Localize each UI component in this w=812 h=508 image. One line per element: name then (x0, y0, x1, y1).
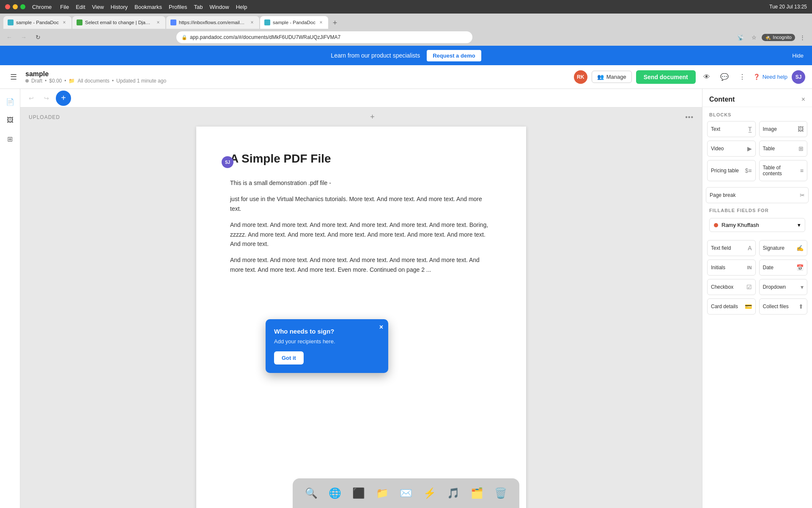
banner-hide-button[interactable]: Hide (792, 52, 804, 59)
fillable-item-collect-files[interactable]: Collect files ⬆ (759, 298, 808, 315)
redo-button[interactable]: ↪ (41, 92, 52, 104)
menu-tab[interactable]: Tab (194, 4, 203, 10)
request-demo-button[interactable]: Request a demo (427, 50, 481, 61)
dock-finder-icon[interactable]: 🔍 (301, 483, 321, 503)
refresh-button[interactable]: ↻ (32, 31, 44, 43)
block-item-text[interactable]: Text T̲ (707, 121, 756, 137)
tab-label-3: sample - PandaDoc (273, 20, 315, 25)
incognito-label: Incognito (773, 35, 792, 40)
menu-edit[interactable]: Edit (76, 4, 85, 10)
send-document-button[interactable]: Send document (636, 70, 696, 84)
header-right: RK 👥 Manage Send document 👁 💬 ⋮ ❓ Need h… (574, 70, 805, 84)
browser-tab-1[interactable]: Select email to change | Djang... × (72, 16, 165, 29)
dock: 🔍 🌐 ⬛ 📁 ✉️ ⚡ 🎵 🗂️ 🗑️ (293, 478, 519, 508)
promo-banner: Learn from our product specialists Reque… (0, 46, 812, 65)
recipient-select[interactable]: Ramy Khuffash ▾ (709, 218, 805, 232)
fillable-item-date[interactable]: Date 📅 (759, 260, 808, 276)
fillable-icon-signature: ✍ (796, 245, 804, 251)
forward-button[interactable]: → (18, 31, 30, 43)
dock-mail-icon[interactable]: ✉️ (396, 483, 416, 503)
block-item-image[interactable]: Image 🖼 (759, 121, 808, 137)
more-options-header-button[interactable]: ⋮ (735, 70, 749, 84)
browser-tab-0[interactable]: sample - PandaDoc × (3, 16, 71, 29)
browser-tab-2[interactable]: https://inboxflows.com/emails/... × (166, 16, 259, 29)
menu-profiles[interactable]: Profiles (169, 4, 187, 10)
add-page-button[interactable]: + (370, 113, 375, 121)
new-tab-button[interactable]: + (329, 17, 341, 29)
dock-terminal-icon[interactable]: ⬛ (348, 483, 369, 503)
block-item-toc[interactable]: Table of contents ≡ (759, 160, 808, 181)
fillable-icon-initials: IN (747, 265, 752, 270)
menu-file[interactable]: File (60, 4, 69, 10)
fillable-item-signature[interactable]: Signature ✍ (759, 240, 808, 256)
popup-text: Add your recipients here. (274, 338, 380, 345)
close-window-button[interactable] (5, 4, 10, 9)
url-bar[interactable]: 🔒 app.pandadoc.com/a/#/documents/dMkF6UD… (176, 31, 472, 43)
close-sidebar-button[interactable]: × (801, 96, 805, 103)
add-block-button[interactable]: + (56, 91, 71, 106)
sidebar-content-icon[interactable]: 🖼 (3, 113, 18, 128)
doc-scroll-area[interactable]: UPLOADED + ••• SJ A Simple PDF File This… (20, 108, 702, 508)
minimize-window-button[interactable] (13, 4, 18, 9)
back-button[interactable]: ← (3, 31, 15, 43)
more-options-button[interactable]: ⋮ (797, 31, 809, 43)
blocks-section-label: BLOCKS (702, 107, 812, 120)
eye-icon[interactable]: 👁 (700, 70, 713, 84)
help-label: Need help (763, 74, 787, 80)
dock-bolt-icon[interactable]: ⚡ (420, 483, 440, 503)
undo-button[interactable]: ↩ (25, 92, 37, 104)
sidebar-pages-icon[interactable]: 📄 (3, 94, 18, 109)
block-item-pricing-table[interactable]: Pricing table $≡ (707, 160, 756, 181)
fillable-item-card-details[interactable]: Card details 💳 (707, 298, 756, 315)
right-sidebar: Content × BLOCKS Text T̲ Image 🖼 Video (702, 89, 812, 508)
block-icon-pricing-table: $≡ (745, 167, 752, 174)
block-item-video[interactable]: Video ▶ (707, 141, 756, 157)
menu-bookmarks[interactable]: Bookmarks (134, 4, 162, 10)
popup-close-button[interactable]: × (379, 323, 383, 331)
app-brand: Chrome (32, 4, 52, 10)
meta-separator-1: • (45, 78, 47, 84)
page-options-button[interactable]: ••• (685, 113, 694, 121)
popup-got-it-button[interactable]: Got it (274, 351, 304, 364)
fillable-item-checkbox[interactable]: Checkbox ☑ (707, 279, 756, 295)
menu-help[interactable]: Help (236, 4, 247, 10)
menu-history[interactable]: History (111, 4, 128, 10)
hamburger-menu[interactable]: ☰ (7, 70, 20, 84)
dock-apps-icon[interactable]: 🗂️ (467, 483, 487, 503)
dock-chrome-icon[interactable]: 🌐 (325, 483, 345, 503)
maximize-window-button[interactable] (20, 4, 25, 9)
fillable-item-dropdown[interactable]: Dropdown ▾ (759, 279, 808, 295)
menu-view[interactable]: View (92, 4, 104, 10)
user-avatar-overlay: SJ (222, 156, 233, 168)
browser-tab-3[interactable]: sample - PandaDoc × (260, 16, 328, 29)
doc-page-title: A Simple PDF File (230, 152, 492, 166)
dock-trash-icon[interactable]: 🗑️ (491, 483, 511, 503)
fillable-item-initials[interactable]: Initials IN (707, 260, 756, 276)
dock-files-icon[interactable]: 📁 (372, 483, 392, 503)
need-help-button[interactable]: ❓ Need help (753, 74, 787, 80)
block-item-page-break[interactable]: Page break ✂ (706, 187, 809, 203)
block-label-page-break: Page break (710, 192, 735, 198)
tab-close-3[interactable]: × (318, 19, 324, 25)
titlebar-right: Tue 20 Jul 13:25 (769, 4, 807, 10)
folder-icon: 📁 (69, 78, 75, 84)
block-icon-text: T̲ (748, 126, 752, 133)
fillable-section-label: FILLABLE FIELDS FOR (709, 208, 769, 213)
manage-button[interactable]: 👥 Manage (592, 71, 632, 83)
doc-content-area: SJ A Simple PDF File This is a small dem… (230, 152, 492, 274)
tab-close-2[interactable]: × (249, 19, 255, 25)
popup-title: Who needs to sign? (274, 328, 380, 335)
bookmark-icon[interactable]: ☆ (748, 31, 760, 43)
block-item-table[interactable]: Table ⊞ (759, 141, 808, 157)
tab-label-2: https://inboxflows.com/emails/... (179, 20, 247, 25)
app-container: ☰ sample Draft • $0.00 • 📁 All documents… (0, 65, 812, 508)
cast-icon[interactable]: 📡 (735, 31, 746, 43)
tab-close-0[interactable]: × (61, 19, 67, 25)
menu-window[interactable]: Window (209, 4, 229, 10)
meta-separator-2: • (64, 78, 66, 84)
sidebar-widgets-icon[interactable]: ⊞ (3, 131, 18, 146)
dock-music-icon[interactable]: 🎵 (443, 483, 464, 503)
comment-icon[interactable]: 💬 (718, 70, 731, 84)
fillable-item-text-field[interactable]: Text field A (707, 240, 756, 256)
tab-close-1[interactable]: × (155, 19, 161, 25)
